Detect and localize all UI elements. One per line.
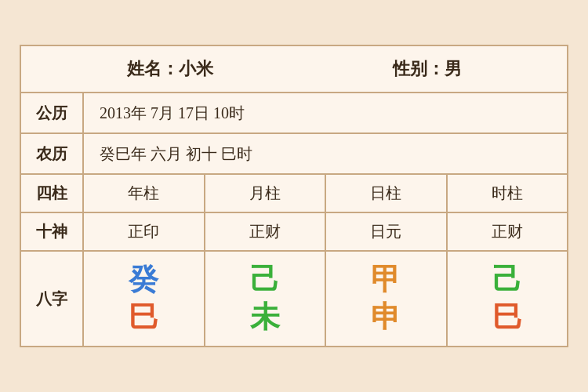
bazhi-col-0-top: 癸: [129, 263, 158, 296]
bazhi-col-1: 己 未: [205, 252, 327, 346]
gregorian-row: 公历 2013年 7月 17日 10时: [21, 93, 567, 134]
shishen-col-2: 日元: [326, 213, 448, 250]
bazhi-col-0: 癸 巳: [84, 252, 205, 346]
bazhi-col-2-bottom: 申: [371, 301, 401, 334]
bazhi-col-3-top: 己: [492, 263, 522, 296]
shishen-col-0: 正印: [84, 213, 205, 250]
bazhi-col-1-bottom: 未: [250, 301, 280, 334]
bazhi-col-3-bottom: 巳: [492, 301, 522, 334]
name-label: 姓名：小米: [127, 57, 213, 81]
gregorian-value: 2013年 7月 17日 10时: [84, 93, 567, 132]
gender-label: 性别：男: [393, 57, 462, 81]
shishen-cols: 正印 正财 日元 正财: [84, 213, 567, 250]
main-container: 姓名：小米 性别：男 公历 2013年 7月 17日 10时 农历 癸巳年 六月…: [20, 45, 568, 347]
sizhu-col-2: 日柱: [326, 175, 448, 212]
bazhi-col-0-bottom: 巳: [129, 301, 158, 334]
bazhi-section: 八字 癸 巳 己 未 甲 申 己 巳: [21, 252, 567, 346]
bazhi-cols: 癸 巳 己 未 甲 申 己 巳: [84, 252, 567, 346]
header-row: 姓名：小米 性别：男: [21, 46, 567, 93]
bazhi-col-2-top: 甲: [371, 263, 401, 296]
bazhi-col-2: 甲 申: [326, 252, 448, 346]
sizhu-col-1: 月柱: [205, 175, 327, 212]
sizhu-label: 四柱: [21, 175, 84, 212]
bazhi-label: 八字: [21, 252, 84, 346]
lunar-row: 农历 癸巳年 六月 初十 巳时: [21, 134, 567, 175]
shishen-label: 十神: [21, 213, 84, 250]
sizhu-section: 四柱 年柱 月柱 日柱 时柱: [21, 175, 567, 213]
sizhu-col-0: 年柱: [84, 175, 205, 212]
sizhu-col-3: 时柱: [448, 175, 568, 212]
bazhi-col-1-top: 己: [250, 263, 280, 296]
shishen-col-1: 正财: [205, 213, 327, 250]
shishen-col-3: 正财: [448, 213, 568, 250]
bazhi-col-3: 己 巳: [448, 252, 568, 346]
shishen-section: 十神 正印 正财 日元 正财: [21, 213, 567, 252]
gregorian-label: 公历: [21, 93, 84, 132]
lunar-label: 农历: [21, 134, 84, 173]
sizhu-cols: 年柱 月柱 日柱 时柱: [84, 175, 567, 212]
lunar-value: 癸巳年 六月 初十 巳时: [84, 134, 567, 173]
